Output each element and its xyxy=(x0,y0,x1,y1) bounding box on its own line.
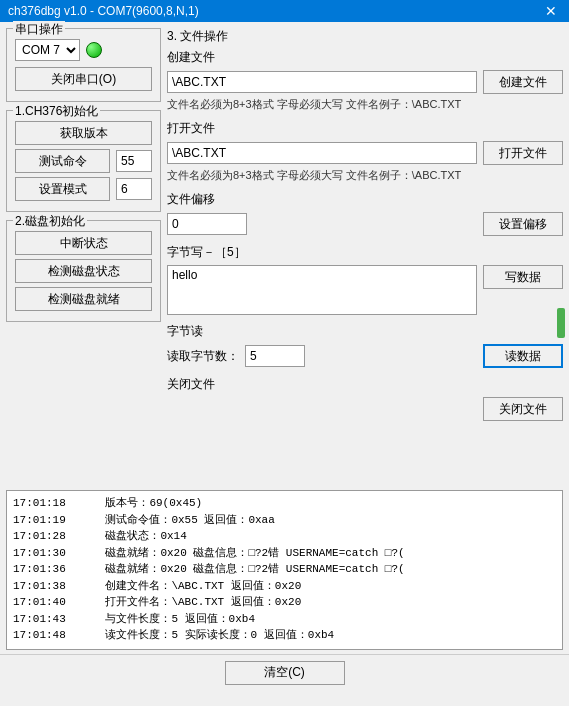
write-data-button[interactable]: 写数据 xyxy=(483,265,563,289)
connection-led xyxy=(86,42,102,58)
create-file-button[interactable]: 创建文件 xyxy=(483,70,563,94)
write-textarea[interactable]: hello xyxy=(167,265,477,315)
open-file-section: 打开文件 打开文件 文件名必须为8+3格式 字母必须大写 文件名例子：\ABC.… xyxy=(167,120,563,183)
log-line: 17:01:40 打开文件名：\ABC.TXT 返回值：0x20 xyxy=(13,594,556,611)
create-file-row: 创建文件 xyxy=(167,70,563,94)
set-mode-input[interactable]: 6 xyxy=(116,178,152,200)
log-line: 17:01:43 与文件长度：5 返回值：0xb4 xyxy=(13,611,556,628)
offset-row: 设置偏移 xyxy=(167,212,563,236)
set-mode-row: 设置模式 6 xyxy=(15,177,152,201)
serial-ops-group: 串口操作 COM 7 COM 1 COM 2 COM 3 关闭串口(O) xyxy=(6,28,161,102)
close-button[interactable]: ✕ xyxy=(541,0,561,23)
detect-ready-button[interactable]: 检测磁盘就绪 xyxy=(15,287,152,311)
byte-write-label: 字节写－［5］ xyxy=(167,244,563,261)
serial-ops-title: 串口操作 xyxy=(13,21,65,38)
test-cmd-row: 测试命令 55 xyxy=(15,149,152,173)
close-file-button[interactable]: 关闭文件 xyxy=(483,397,563,421)
open-file-input[interactable] xyxy=(167,142,477,164)
read-data-button[interactable]: 读数据 xyxy=(483,344,563,368)
create-file-hint: 文件名必须为8+3格式 字母必须大写 文件名例子：\ABC.TXT xyxy=(167,97,563,112)
write-area: hello 写数据 xyxy=(167,265,563,315)
com-select[interactable]: COM 7 COM 1 COM 2 COM 3 xyxy=(15,39,80,61)
interrupt-state-button[interactable]: 中断状态 xyxy=(15,231,152,255)
log-line: 17:01:48 读文件长度：5 实际读长度：0 返回值：0xb4 xyxy=(13,627,556,644)
detect-disk-button[interactable]: 检测磁盘状态 xyxy=(15,259,152,283)
bottom-bar: 清空(C) xyxy=(0,654,569,690)
open-file-row: 打开文件 xyxy=(167,141,563,165)
log-line: 17:01:28 磁盘状态：0x14 xyxy=(13,528,556,545)
get-version-button[interactable]: 获取版本 xyxy=(15,121,152,145)
file-offset-label: 文件偏移 xyxy=(167,191,563,208)
byte-read-section: 字节读 读取字节数： 读数据 xyxy=(167,323,563,368)
scroll-indicator xyxy=(557,308,565,338)
clear-button[interactable]: 清空(C) xyxy=(225,661,345,685)
open-file-hint: 文件名必须为8+3格式 字母必须大写 文件名例子：\ABC.TXT xyxy=(167,168,563,183)
create-file-section: 创建文件 创建文件 文件名必须为8+3格式 字母必须大写 文件名例子：\ABC.… xyxy=(167,49,563,112)
file-offset-section: 文件偏移 设置偏移 xyxy=(167,191,563,236)
title-bar: ch376dbg v1.0 - COM7(9600,8,N,1) ✕ xyxy=(0,0,569,22)
offset-input[interactable] xyxy=(167,213,247,235)
open-file-button[interactable]: 打开文件 xyxy=(483,141,563,165)
byte-write-section: 字节写－［5］ hello 写数据 xyxy=(167,244,563,315)
right-panel: 3. 文件操作 创建文件 创建文件 文件名必须为8+3格式 字母必须大写 文件名… xyxy=(167,28,563,484)
set-offset-button[interactable]: 设置偏移 xyxy=(483,212,563,236)
set-mode-button[interactable]: 设置模式 xyxy=(15,177,110,201)
read-row: 读取字节数： 读数据 xyxy=(167,344,563,368)
log-line: 17:01:36 磁盘就绪：0x20 磁盘信息：□?2错 USERNAME=ca… xyxy=(13,561,556,578)
close-serial-button[interactable]: 关闭串口(O) xyxy=(15,67,152,91)
close-file-label: 关闭文件 xyxy=(167,376,563,393)
close-file-section: 关闭文件 关闭文件 xyxy=(167,376,563,421)
log-line: 17:01:19 测试命令值：0x55 返回值：0xaa xyxy=(13,512,556,529)
read-count-input[interactable] xyxy=(245,345,305,367)
log-area: 17:01:18 版本号：69(0x45)17:01:19 测试命令值：0x55… xyxy=(6,490,563,650)
test-cmd-button[interactable]: 测试命令 xyxy=(15,149,110,173)
read-count-label: 读取字节数： xyxy=(167,348,239,365)
create-file-label: 创建文件 xyxy=(167,49,563,66)
byte-read-label: 字节读 xyxy=(167,323,563,340)
ch376-init-title: 1.CH376初始化 xyxy=(13,103,100,120)
left-panel: 串口操作 COM 7 COM 1 COM 2 COM 3 关闭串口(O) 1.C… xyxy=(6,28,161,484)
disk-init-group: 2.磁盘初始化 中断状态 检测磁盘状态 检测磁盘就绪 xyxy=(6,220,161,322)
log-line: 17:01:18 版本号：69(0x45) xyxy=(13,495,556,512)
create-file-input[interactable] xyxy=(167,71,477,93)
file-ops-title: 3. 文件操作 xyxy=(167,28,563,45)
title-text: ch376dbg v1.0 - COM7(9600,8,N,1) xyxy=(8,4,199,18)
ch376-init-group: 1.CH376初始化 获取版本 测试命令 55 设置模式 6 xyxy=(6,110,161,212)
test-cmd-input[interactable]: 55 xyxy=(116,150,152,172)
log-line: 17:01:38 创建文件名：\ABC.TXT 返回值：0x20 xyxy=(13,578,556,595)
log-line: 17:01:30 磁盘就绪：0x20 磁盘信息：□?2错 USERNAME=ca… xyxy=(13,545,556,562)
disk-init-title: 2.磁盘初始化 xyxy=(13,213,87,230)
com-row: COM 7 COM 1 COM 2 COM 3 xyxy=(15,39,152,61)
open-file-label: 打开文件 xyxy=(167,120,563,137)
